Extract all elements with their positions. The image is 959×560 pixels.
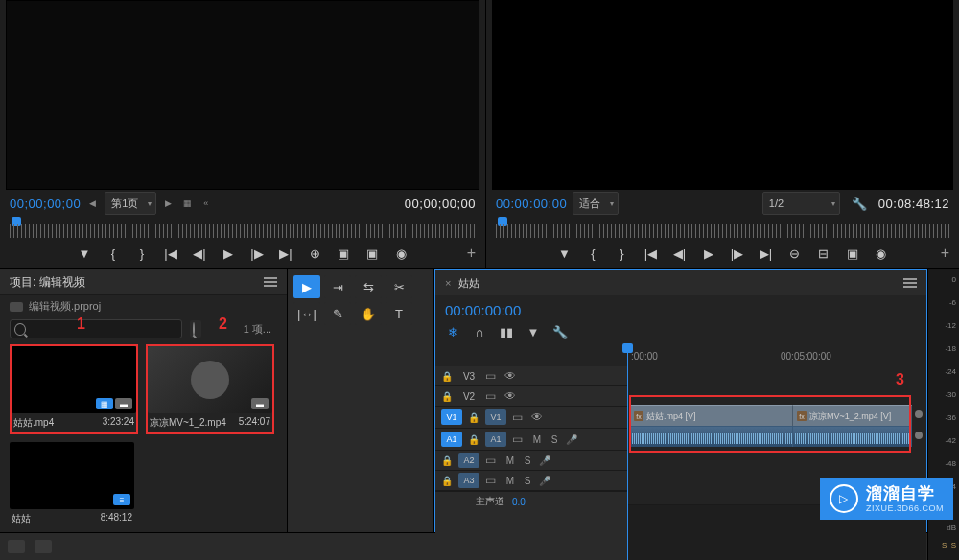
timeline-ruler[interactable]: :00:00 00:05:00:00 xyxy=(435,345,926,366)
search-field[interactable] xyxy=(30,322,177,336)
go-out-icon[interactable]: ▶| xyxy=(759,245,774,261)
source-in-timecode[interactable]: 00;00;00;00 xyxy=(10,197,81,211)
toggle-output-icon[interactable]: ▭ xyxy=(485,389,499,403)
solo-icon[interactable]: S xyxy=(522,476,533,486)
in-point-icon[interactable]: { xyxy=(105,245,121,261)
bin-item[interactable]: ▦▬ 姑姑.mp43:23:24 xyxy=(10,344,138,434)
program-viewer[interactable] xyxy=(492,0,953,190)
mic-icon[interactable]: 🎤 xyxy=(566,434,577,445)
source-out-timecode[interactable]: 00;00;00;00 xyxy=(405,197,476,211)
program-ruler[interactable] xyxy=(496,217,949,238)
pen-tool-icon[interactable]: ✎ xyxy=(324,302,351,325)
step-fwd-icon[interactable]: |▶ xyxy=(249,245,265,261)
solo-icon[interactable]: S xyxy=(549,434,560,445)
track-label[interactable]: V2 xyxy=(458,391,480,402)
page-dropdown[interactable]: 第1页 xyxy=(105,192,156,215)
list-view-icon[interactable] xyxy=(8,540,25,553)
target-track-a1[interactable]: A1 xyxy=(485,432,506,447)
marker-icon[interactable]: ▼ xyxy=(557,245,573,261)
track-label[interactable]: A3 xyxy=(458,473,480,488)
track-select-tool-icon[interactable]: ⇥ xyxy=(324,275,351,298)
slip-tool-icon[interactable]: |↔| xyxy=(293,302,320,325)
toggle-output-icon[interactable]: ▭ xyxy=(485,454,499,467)
button-editor-icon[interactable]: + xyxy=(941,245,949,262)
lock-icon[interactable]: 🔒 xyxy=(441,455,453,466)
mute-icon[interactable]: M xyxy=(504,476,516,486)
source-patch-v1[interactable]: V1 xyxy=(441,409,462,425)
mute-icon[interactable]: M xyxy=(504,455,516,466)
lock-icon[interactable]: 🔒 xyxy=(441,390,453,402)
program-in-timecode[interactable]: 00:00:00:00 xyxy=(496,197,567,211)
find-icon[interactable] xyxy=(190,320,201,338)
lock-icon[interactable]: 🔒 xyxy=(468,433,480,445)
collapse-icon[interactable]: « xyxy=(200,198,211,208)
out-point-icon[interactable]: } xyxy=(134,245,150,261)
grid-icon[interactable]: ▦ xyxy=(180,198,195,208)
timeline-playhead[interactable] xyxy=(627,345,628,366)
icon-view-icon[interactable] xyxy=(35,540,52,553)
timeline-timecode[interactable]: 00:00:00:00 xyxy=(445,302,521,318)
solo-icon[interactable]: S xyxy=(522,455,533,466)
markers-icon[interactable]: ▮▮ xyxy=(499,324,514,339)
playhead-line[interactable] xyxy=(627,366,628,560)
marker-icon[interactable]: ▼ xyxy=(77,245,92,261)
prev-page-icon[interactable]: ◀ xyxy=(86,198,99,208)
master-value[interactable]: 0.0 xyxy=(512,497,526,507)
extract-icon[interactable]: ⊟ xyxy=(816,245,831,261)
sequence-tab[interactable]: 姑姑 xyxy=(458,276,480,291)
camera-icon[interactable]: ◉ xyxy=(874,245,889,261)
lift-icon[interactable]: ⊖ xyxy=(787,245,803,261)
eye-icon[interactable]: 👁 xyxy=(504,369,518,383)
bin-item[interactable]: ≡ 姑姑8:48:12 xyxy=(10,442,134,528)
lock-icon[interactable]: 🔒 xyxy=(468,411,480,423)
program-out-timecode[interactable]: 00:08:48:12 xyxy=(878,197,949,211)
go-out-icon[interactable]: ▶| xyxy=(278,245,293,261)
go-in-icon[interactable]: |◀ xyxy=(163,245,178,261)
selection-tool-icon[interactable]: ▶ xyxy=(293,275,320,298)
lock-icon[interactable]: 🔒 xyxy=(441,475,453,486)
go-in-icon[interactable]: |◀ xyxy=(643,245,659,261)
next-page-icon[interactable]: ▶ xyxy=(162,198,175,208)
hand-tool-icon[interactable]: ✋ xyxy=(355,302,382,325)
source-ruler[interactable] xyxy=(10,217,476,238)
step-fwd-icon[interactable]: |▶ xyxy=(730,245,745,261)
settings-wrench-icon[interactable]: 🔧 xyxy=(852,197,867,211)
timeline-content[interactable]: 3 fx姑姑.mp4 [V] fx凉凉MV~1_2.mp4 [V] xyxy=(627,366,926,560)
eye-icon[interactable]: 👁 xyxy=(504,389,518,403)
mic-icon[interactable]: 🎤 xyxy=(539,455,550,466)
camera-icon[interactable]: ◉ xyxy=(393,245,409,261)
toggle-output-icon[interactable]: ▭ xyxy=(512,410,526,424)
snap-icon[interactable]: ❄ xyxy=(445,324,460,339)
settings-icon[interactable]: 🔧 xyxy=(552,324,568,339)
export-frame-icon[interactable]: ▣ xyxy=(364,245,380,261)
out-point-icon[interactable]: } xyxy=(615,245,630,261)
type-tool-icon[interactable]: T xyxy=(386,302,412,325)
panel-menu-icon[interactable] xyxy=(264,277,277,287)
resolution-dropdown[interactable]: 1/2 xyxy=(762,192,840,215)
step-back-icon[interactable]: ◀| xyxy=(192,245,207,261)
export-frame-icon[interactable]: ▣ xyxy=(845,245,860,261)
in-point-icon[interactable]: { xyxy=(586,245,601,261)
track-label[interactable]: V3 xyxy=(458,371,480,382)
play-icon[interactable]: ▶ xyxy=(221,245,236,261)
play-icon[interactable]: ▶ xyxy=(701,245,716,261)
toggle-output-icon[interactable]: ▭ xyxy=(485,474,499,487)
toggle-output-icon[interactable]: ▭ xyxy=(485,369,499,383)
track-label[interactable]: A2 xyxy=(458,453,480,468)
mute-icon[interactable]: M xyxy=(531,434,543,445)
search-input[interactable] xyxy=(10,319,182,338)
overwrite-icon[interactable]: ▣ xyxy=(336,245,351,261)
source-viewer[interactable] xyxy=(6,0,480,190)
fit-dropdown[interactable]: 适合 xyxy=(573,192,619,215)
target-track-v1[interactable]: V1 xyxy=(485,409,506,425)
razor-tool-icon[interactable]: ✂ xyxy=(386,275,412,298)
marker-add-icon[interactable]: ▼ xyxy=(526,324,541,339)
mic-icon[interactable]: 🎤 xyxy=(539,476,550,486)
button-editor-icon[interactable]: + xyxy=(467,245,476,262)
source-patch-a1[interactable]: A1 xyxy=(441,432,462,447)
lock-icon[interactable]: 🔒 xyxy=(441,370,453,382)
panel-menu-icon[interactable] xyxy=(903,278,917,288)
tab-close-icon[interactable]: × xyxy=(445,277,451,289)
linked-selection-icon[interactable]: ∩ xyxy=(472,324,487,339)
insert-icon[interactable]: ⊕ xyxy=(307,245,322,261)
